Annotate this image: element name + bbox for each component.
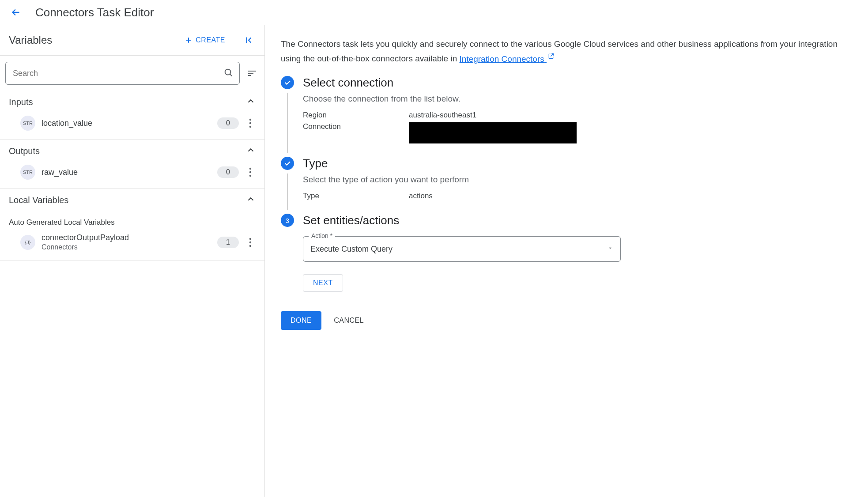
kv-row-connection: Connection: [303, 122, 852, 143]
link-text: Integration Connectors: [460, 54, 544, 64]
step-2: Type Select the type of action you want …: [281, 157, 852, 210]
kv-key: Type: [303, 192, 409, 200]
step-marker: [281, 76, 294, 153]
next-button[interactable]: NEXT: [303, 274, 343, 292]
sidebar-title: Variables: [9, 34, 52, 46]
step-title: Type: [303, 157, 852, 170]
cancel-button[interactable]: CANCEL: [334, 317, 364, 324]
svg-point-0: [225, 69, 231, 75]
plus-icon: [184, 36, 193, 45]
search-input[interactable]: [6, 69, 223, 78]
step-marker: [281, 157, 294, 210]
step-subtitle: Choose the connection from the list belo…: [303, 94, 852, 104]
svg-point-9: [249, 245, 251, 246]
kv-row-region: Region australia-southeast1: [303, 111, 852, 120]
search-icon: [223, 68, 239, 79]
count-pill: 0: [217, 117, 239, 129]
step-body: Set entities/actions Action * Execute Cu…: [303, 214, 852, 299]
section-outputs: Outputs STR raw_value 0: [0, 140, 264, 189]
section-header-inputs[interactable]: Inputs: [0, 91, 264, 111]
header: Connectors Task Editor: [0, 0, 868, 25]
kv-key: Connection: [303, 122, 409, 143]
svg-point-6: [249, 175, 251, 177]
select-label: Action *: [309, 232, 335, 239]
kv-key: Region: [303, 111, 409, 120]
footer-actions: DONE CANCEL: [281, 311, 852, 330]
type-badge-str: STR: [20, 116, 35, 131]
step-marker: 3: [281, 214, 294, 299]
sort-icon[interactable]: [245, 68, 259, 79]
section-title: Local Variables: [9, 195, 68, 205]
variable-subtitle: Connectors: [42, 243, 211, 251]
variable-row[interactable]: STR raw_value 0: [0, 160, 264, 189]
section-header-outputs[interactable]: Outputs: [0, 140, 264, 160]
done-button[interactable]: DONE: [281, 311, 321, 330]
step-3: 3 Set entities/actions Action * Execute …: [281, 214, 852, 299]
kv-val: australia-southeast1: [409, 111, 476, 120]
section-title: Outputs: [9, 146, 40, 156]
type-badge-json: {J}: [20, 235, 35, 250]
step-title: Select connection: [303, 76, 852, 90]
svg-point-8: [249, 241, 251, 243]
more-menu-icon[interactable]: [245, 118, 256, 128]
intro-pre: The Connectors task lets you quickly and…: [281, 39, 838, 64]
svg-point-4: [249, 168, 251, 170]
section-header-local[interactable]: Local Variables: [0, 189, 264, 209]
svg-point-5: [249, 171, 251, 173]
svg-point-1: [249, 119, 251, 121]
search-row: [0, 56, 264, 91]
step-line: [287, 174, 288, 210]
variable-row[interactable]: {J} connectorOutputPayload Connectors 1: [0, 229, 264, 260]
create-button[interactable]: CREATE: [179, 32, 230, 48]
sidebar-header: Variables CREATE: [0, 25, 264, 56]
external-link-icon: [547, 50, 555, 63]
variable-name: connectorOutputPayload: [42, 233, 211, 242]
step-number: 3: [281, 214, 294, 227]
kv-row-type: Type actions: [303, 192, 852, 200]
step-body: Type Select the type of action you want …: [303, 157, 852, 210]
sidebar-actions: CREATE: [179, 32, 256, 48]
step-line: [287, 93, 288, 153]
section-local: Local Variables Auto Generated Local Var…: [0, 189, 264, 260]
page-title: Connectors Task Editor: [35, 6, 154, 19]
svg-point-3: [249, 126, 251, 128]
svg-point-2: [249, 122, 251, 124]
auto-gen-label: Auto Generated Local Variables: [0, 209, 264, 229]
variable-row[interactable]: STR location_value 0: [0, 111, 264, 140]
chevron-up-icon: [246, 145, 256, 157]
search-wrapper: [5, 62, 240, 85]
variable-name: raw_value: [42, 168, 211, 177]
step-check-icon: [281, 157, 294, 170]
collapse-panel-icon[interactable]: [242, 33, 256, 47]
chevron-up-icon: [246, 96, 256, 108]
create-label: CREATE: [196, 36, 225, 44]
divider: [236, 32, 236, 48]
count-pill: 0: [217, 166, 239, 178]
step-1: Select connection Choose the connection …: [281, 76, 852, 153]
section-title: Inputs: [9, 97, 33, 107]
step-body: Select connection Choose the connection …: [303, 76, 852, 153]
select-value: Execute Custom Query: [310, 245, 607, 254]
more-menu-icon[interactable]: [245, 167, 256, 177]
step-subtitle: Select the type of action you want to pe…: [303, 175, 852, 185]
kv-val: actions: [409, 192, 433, 200]
action-select[interactable]: Action * Execute Custom Query: [303, 236, 621, 262]
chevron-down-icon: [607, 245, 613, 253]
sidebar: Variables CREATE: [0, 25, 265, 497]
section-inputs: Inputs STR location_value 0: [0, 91, 264, 140]
connection-value-redacted: [409, 122, 577, 143]
intro-text: The Connectors task lets you quickly and…: [281, 38, 852, 65]
type-badge-str: STR: [20, 165, 35, 180]
chevron-up-icon: [246, 194, 256, 206]
svg-point-7: [249, 238, 251, 239]
count-pill: 1: [217, 237, 239, 248]
back-arrow-icon[interactable]: [9, 5, 23, 19]
integration-connectors-link[interactable]: Integration Connectors: [460, 54, 555, 64]
more-menu-icon[interactable]: [245, 238, 256, 247]
main-panel: The Connectors task lets you quickly and…: [265, 25, 868, 497]
step-check-icon: [281, 76, 294, 89]
variable-name: location_value: [42, 119, 211, 128]
step-title: Set entities/actions: [303, 214, 852, 227]
